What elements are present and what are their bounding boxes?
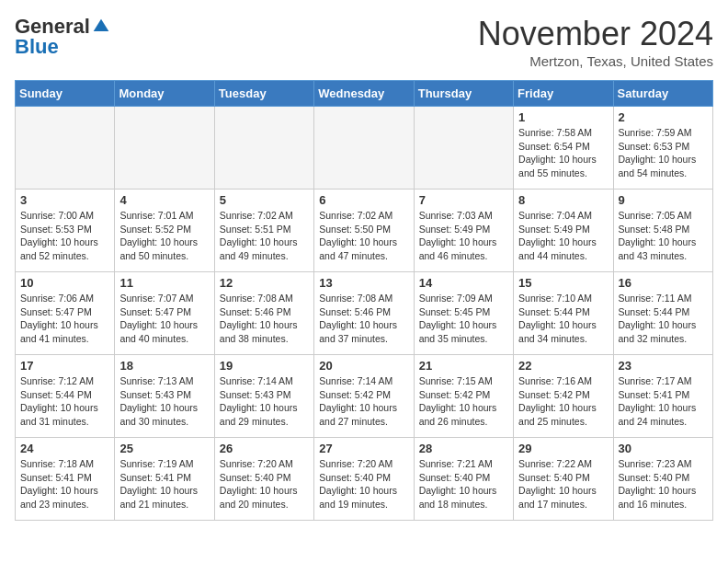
calendar-day-cell: 10Sunrise: 7:06 AMSunset: 5:47 PMDayligh… xyxy=(16,272,115,355)
day-info: Sunrise: 7:06 AMSunset: 5:47 PMDaylight:… xyxy=(20,292,109,346)
calendar-day-cell xyxy=(414,107,513,190)
day-number: 8 xyxy=(518,193,608,207)
day-number: 2 xyxy=(619,110,708,124)
svg-marker-0 xyxy=(94,19,109,31)
calendar-body: 1Sunrise: 7:58 AMSunset: 6:54 PMDaylight… xyxy=(16,107,713,521)
calendar-day-cell: 16Sunrise: 7:11 AMSunset: 5:44 PMDayligh… xyxy=(613,272,712,355)
day-info: Sunrise: 7:04 AMSunset: 5:49 PMDaylight:… xyxy=(518,209,608,263)
calendar-day-cell: 28Sunrise: 7:21 AMSunset: 5:40 PMDayligh… xyxy=(414,438,513,521)
calendar-day-cell: 5Sunrise: 7:02 AMSunset: 5:51 PMDaylight… xyxy=(214,190,313,272)
calendar-day-cell: 13Sunrise: 7:08 AMSunset: 5:46 PMDayligh… xyxy=(314,272,414,355)
day-number: 16 xyxy=(619,276,708,290)
calendar-day-cell: 25Sunrise: 7:19 AMSunset: 5:41 PMDayligh… xyxy=(115,438,214,521)
calendar-day-cell: 27Sunrise: 7:20 AMSunset: 5:40 PMDayligh… xyxy=(314,438,414,521)
calendar-day-cell: 18Sunrise: 7:13 AMSunset: 5:43 PMDayligh… xyxy=(115,355,214,438)
calendar-day-cell: 3Sunrise: 7:00 AMSunset: 5:53 PMDaylight… xyxy=(16,190,115,272)
title-area: November 2024 Mertzon, Texas, United Sta… xyxy=(478,15,713,69)
day-number: 30 xyxy=(619,442,708,455)
calendar-day-cell: 7Sunrise: 7:03 AMSunset: 5:49 PMDaylight… xyxy=(414,190,513,272)
day-info: Sunrise: 7:16 AMSunset: 5:42 PMDaylight:… xyxy=(518,374,608,429)
day-number: 22 xyxy=(518,359,608,373)
calendar-day-cell: 17Sunrise: 7:12 AMSunset: 5:44 PMDayligh… xyxy=(16,355,115,438)
calendar-day-cell: 9Sunrise: 7:05 AMSunset: 5:48 PMDaylight… xyxy=(613,190,712,272)
calendar-week-row: 10Sunrise: 7:06 AMSunset: 5:47 PMDayligh… xyxy=(16,272,713,355)
calendar-day-cell: 8Sunrise: 7:04 AMSunset: 5:49 PMDaylight… xyxy=(514,190,613,272)
day-number: 14 xyxy=(419,276,508,290)
day-info: Sunrise: 7:14 AMSunset: 5:43 PMDaylight:… xyxy=(220,374,309,429)
calendar-week-row: 1Sunrise: 7:58 AMSunset: 6:54 PMDaylight… xyxy=(16,107,713,190)
day-info: Sunrise: 7:08 AMSunset: 5:46 PMDaylight:… xyxy=(319,292,408,346)
day-info: Sunrise: 7:10 AMSunset: 5:44 PMDaylight:… xyxy=(518,292,608,346)
day-number: 5 xyxy=(220,193,309,207)
weekday-header-row: SundayMondayTuesdayWednesdayThursdayFrid… xyxy=(16,81,713,107)
weekday-header-cell: Monday xyxy=(115,81,214,107)
weekday-header-cell: Wednesday xyxy=(314,81,414,107)
day-info: Sunrise: 7:59 AMSunset: 6:53 PMDaylight:… xyxy=(619,126,708,180)
weekday-header-cell: Tuesday xyxy=(214,81,313,107)
day-info: Sunrise: 7:08 AMSunset: 5:46 PMDaylight:… xyxy=(220,292,309,346)
calendar-week-row: 3Sunrise: 7:00 AMSunset: 5:53 PMDaylight… xyxy=(16,190,713,272)
calendar-day-cell xyxy=(214,107,313,190)
day-number: 7 xyxy=(419,193,508,207)
day-info: Sunrise: 7:13 AMSunset: 5:43 PMDaylight:… xyxy=(119,374,209,429)
day-info: Sunrise: 7:01 AMSunset: 5:52 PMDaylight:… xyxy=(119,209,209,263)
logo: General Blue xyxy=(15,15,110,59)
day-info: Sunrise: 7:02 AMSunset: 5:51 PMDaylight:… xyxy=(220,209,309,263)
day-number: 29 xyxy=(518,442,608,455)
calendar-day-cell: 6Sunrise: 7:02 AMSunset: 5:50 PMDaylight… xyxy=(314,190,414,272)
calendar-day-cell: 22Sunrise: 7:16 AMSunset: 5:42 PMDayligh… xyxy=(514,355,613,438)
calendar-week-row: 24Sunrise: 7:18 AMSunset: 5:41 PMDayligh… xyxy=(16,438,713,521)
calendar: SundayMondayTuesdayWednesdayThursdayFrid… xyxy=(15,80,713,521)
day-number: 13 xyxy=(319,276,408,290)
calendar-day-cell: 11Sunrise: 7:07 AMSunset: 5:47 PMDayligh… xyxy=(115,272,214,355)
logo-icon xyxy=(92,17,110,36)
day-info: Sunrise: 7:23 AMSunset: 5:40 PMDaylight:… xyxy=(619,457,708,511)
calendar-day-cell: 14Sunrise: 7:09 AMSunset: 5:45 PMDayligh… xyxy=(414,272,513,355)
calendar-day-cell: 12Sunrise: 7:08 AMSunset: 5:46 PMDayligh… xyxy=(214,272,313,355)
day-number: 4 xyxy=(119,193,209,207)
day-info: Sunrise: 7:02 AMSunset: 5:50 PMDaylight:… xyxy=(319,209,408,263)
calendar-day-cell xyxy=(115,107,214,190)
day-info: Sunrise: 7:21 AMSunset: 5:40 PMDaylight:… xyxy=(419,457,508,511)
location: Mertzon, Texas, United States xyxy=(478,53,713,69)
month-title: November 2024 xyxy=(478,15,713,53)
logo-blue-text: Blue xyxy=(15,35,59,59)
day-number: 21 xyxy=(419,359,508,373)
calendar-day-cell: 23Sunrise: 7:17 AMSunset: 5:41 PMDayligh… xyxy=(613,355,712,438)
day-info: Sunrise: 7:07 AMSunset: 5:47 PMDaylight:… xyxy=(119,292,209,346)
day-number: 18 xyxy=(119,359,209,373)
calendar-day-cell: 4Sunrise: 7:01 AMSunset: 5:52 PMDaylight… xyxy=(115,190,214,272)
calendar-day-cell: 29Sunrise: 7:22 AMSunset: 5:40 PMDayligh… xyxy=(514,438,613,521)
calendar-day-cell: 19Sunrise: 7:14 AMSunset: 5:43 PMDayligh… xyxy=(214,355,313,438)
day-number: 12 xyxy=(220,276,309,290)
day-number: 19 xyxy=(220,359,309,373)
weekday-header-cell: Saturday xyxy=(613,81,712,107)
day-number: 15 xyxy=(518,276,608,290)
day-info: Sunrise: 7:20 AMSunset: 5:40 PMDaylight:… xyxy=(319,457,408,511)
day-info: Sunrise: 7:17 AMSunset: 5:41 PMDaylight:… xyxy=(619,374,708,429)
header: General Blue November 2024 Mertzon, Texa… xyxy=(15,15,713,69)
day-info: Sunrise: 7:20 AMSunset: 5:40 PMDaylight:… xyxy=(220,457,309,511)
calendar-day-cell: 30Sunrise: 7:23 AMSunset: 5:40 PMDayligh… xyxy=(613,438,712,521)
calendar-day-cell: 1Sunrise: 7:58 AMSunset: 6:54 PMDaylight… xyxy=(514,107,613,190)
day-info: Sunrise: 7:09 AMSunset: 5:45 PMDaylight:… xyxy=(419,292,508,346)
day-number: 24 xyxy=(20,442,109,455)
day-number: 10 xyxy=(20,276,109,290)
day-number: 20 xyxy=(319,359,408,373)
day-number: 6 xyxy=(319,193,408,207)
calendar-day-cell: 20Sunrise: 7:14 AMSunset: 5:42 PMDayligh… xyxy=(314,355,414,438)
day-number: 9 xyxy=(619,193,708,207)
day-number: 27 xyxy=(319,442,408,455)
day-number: 26 xyxy=(220,442,309,455)
weekday-header-cell: Sunday xyxy=(16,81,115,107)
day-info: Sunrise: 7:15 AMSunset: 5:42 PMDaylight:… xyxy=(419,374,508,429)
calendar-day-cell xyxy=(16,107,115,190)
calendar-day-cell: 21Sunrise: 7:15 AMSunset: 5:42 PMDayligh… xyxy=(414,355,513,438)
day-info: Sunrise: 7:18 AMSunset: 5:41 PMDaylight:… xyxy=(20,457,109,511)
calendar-day-cell: 24Sunrise: 7:18 AMSunset: 5:41 PMDayligh… xyxy=(16,438,115,521)
day-info: Sunrise: 7:58 AMSunset: 6:54 PMDaylight:… xyxy=(518,126,608,180)
calendar-day-cell: 26Sunrise: 7:20 AMSunset: 5:40 PMDayligh… xyxy=(214,438,313,521)
calendar-day-cell: 15Sunrise: 7:10 AMSunset: 5:44 PMDayligh… xyxy=(514,272,613,355)
calendar-day-cell xyxy=(314,107,414,190)
weekday-header-cell: Thursday xyxy=(414,81,513,107)
